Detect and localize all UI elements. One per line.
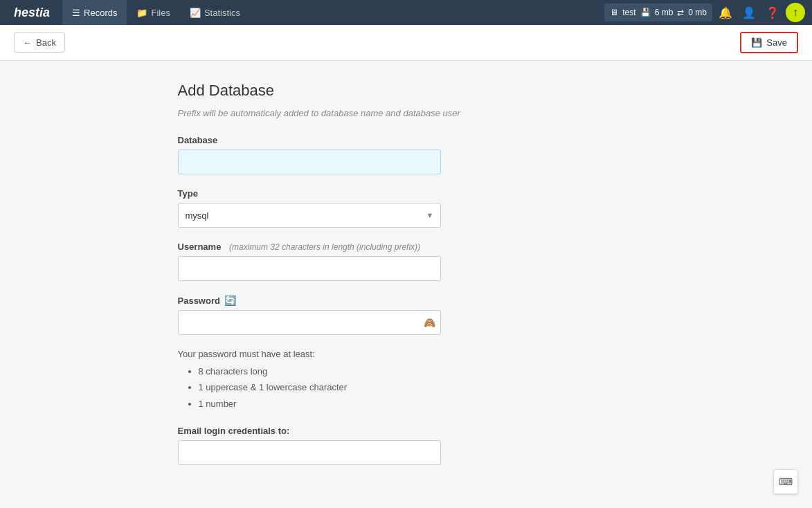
- password-input[interactable]: [178, 310, 441, 335]
- nav-files-label: Files: [151, 8, 170, 18]
- statistics-icon: 📈: [190, 8, 201, 18]
- keyboard-icon: ⌨: [779, 476, 793, 486]
- username-label: Username (maximum 32 characters in lengt…: [178, 242, 635, 252]
- database-label: Database: [178, 135, 635, 145]
- bandwidth-icon: ⇄: [677, 8, 684, 17]
- back-label: Back: [36, 37, 56, 48]
- database-input[interactable]: [178, 149, 441, 174]
- requirement-1: 8 characters long: [199, 363, 635, 379]
- user-button[interactable]: 👤: [739, 2, 759, 23]
- email-label: Email login credentials to:: [178, 426, 635, 436]
- type-group: Type mysql pgsql ▼: [178, 188, 635, 228]
- password-wrapper: 🙈: [178, 310, 441, 335]
- username-input[interactable]: [178, 256, 441, 281]
- main-content: Add Database Prefix will be automaticaly…: [164, 82, 649, 465]
- server-icon: 🖥: [610, 8, 618, 17]
- type-label: Type: [178, 188, 635, 199]
- requirement-2: 1 uppercase & 1 lowercase character: [199, 379, 635, 395]
- subtitle: Prefix will be automaticaly added to dat…: [178, 108, 635, 118]
- nav-records-label: Records: [84, 8, 117, 18]
- nav-records[interactable]: ☰ Records: [62, 0, 127, 25]
- bandwidth-usage: 0 mb: [688, 8, 707, 17]
- password-requirements: Your password must have at least: 8 char…: [178, 349, 635, 412]
- brand-logo: hestia: [7, 6, 57, 20]
- email-input[interactable]: [178, 440, 441, 465]
- disk-usage: 6 mb: [655, 8, 674, 17]
- nav-statistics-label: Statistics: [204, 8, 240, 18]
- requirements-intro: Your password must have at least:: [178, 349, 635, 359]
- server-badge: 🖥 test 💾 6 mb ⇄ 0 mb: [604, 3, 712, 21]
- navbar-right: 🖥 test 💾 6 mb ⇄ 0 mb 🔔 👤 ❓ ↑: [604, 2, 805, 23]
- records-icon: ☰: [72, 8, 80, 18]
- requirements-list: 8 characters long 1 uppercase & 1 lowerc…: [178, 363, 635, 412]
- email-group: Email login credentials to:: [178, 426, 635, 465]
- nav-files[interactable]: 📁 Files: [127, 0, 179, 25]
- password-label: Password: [178, 296, 220, 306]
- username-group: Username (maximum 32 characters in lengt…: [178, 242, 635, 281]
- back-arrow-icon: ←: [23, 37, 32, 48]
- upgrade-button[interactable]: ↑: [786, 3, 805, 22]
- files-icon: 📁: [136, 8, 147, 18]
- page-title: Add Database: [178, 82, 635, 100]
- username-note: (maximum 32 characters in length (includ…: [229, 242, 420, 252]
- disk-icon: 💾: [640, 8, 651, 17]
- nav-statistics[interactable]: 📈 Statistics: [180, 0, 250, 25]
- requirement-3: 1 number: [199, 396, 635, 412]
- database-group: Database: [178, 135, 635, 174]
- save-button[interactable]: 💾 Save: [740, 32, 798, 53]
- brand: hestia: [7, 6, 57, 20]
- keyboard-shortcut-button[interactable]: ⌨: [773, 469, 798, 486]
- password-visibility-toggle[interactable]: 🙈: [424, 317, 435, 328]
- password-label-row: Password 🔄: [178, 295, 635, 306]
- server-name: test: [622, 8, 635, 17]
- password-group: Password 🔄 🙈: [178, 295, 635, 335]
- save-icon: 💾: [751, 37, 762, 48]
- notifications-button[interactable]: 🔔: [715, 2, 736, 23]
- back-button[interactable]: ← Back: [14, 33, 65, 53]
- type-select[interactable]: mysql pgsql: [178, 203, 441, 228]
- navbar: hestia ☰ Records 📁 Files 📈 Statistics 🖥 …: [0, 0, 812, 25]
- save-label: Save: [766, 37, 787, 48]
- help-button[interactable]: ❓: [762, 2, 783, 23]
- type-select-wrapper: mysql pgsql ▼: [178, 203, 441, 228]
- refresh-password-icon[interactable]: 🔄: [224, 295, 236, 306]
- toolbar: ← Back 💾 Save: [0, 25, 812, 61]
